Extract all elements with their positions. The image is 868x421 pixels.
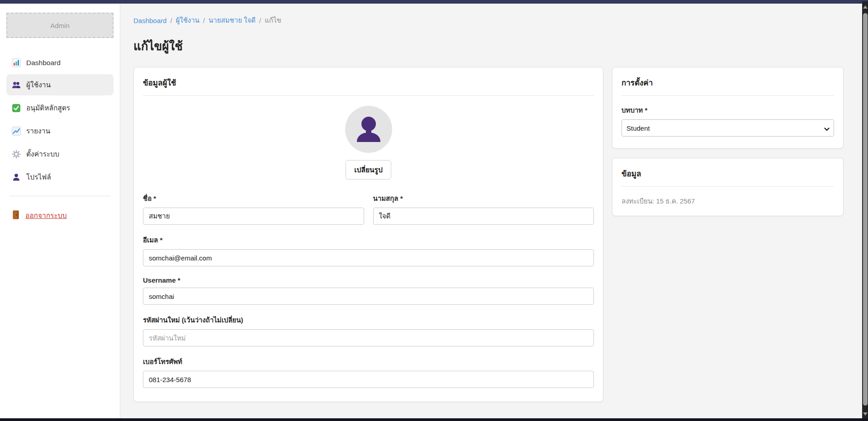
settings-card: การตั้งค่า บทบาท * Student <box>612 67 844 149</box>
email-row: อีเมล * <box>143 235 594 266</box>
app-frame: Admin Dashboard <box>0 4 868 418</box>
dashboard-icon <box>12 58 21 67</box>
email-field[interactable] <box>143 249 594 266</box>
logout-label: ออกจากระบบ <box>25 210 67 221</box>
phone-row: เบอร์โทรศัพท์ <box>143 356 594 388</box>
phone-label: เบอร์โทรศัพท์ <box>143 356 594 367</box>
last-name-label: นามสกุล * <box>373 193 594 204</box>
user-info-card: ข้อมูลผู้ใช้ เปลี่ยนรูป ชื่อ * <box>133 67 603 402</box>
email-label: อีเมล * <box>143 235 594 246</box>
sidebar-nav: Dashboard ผู้ใช้งาน <box>6 53 114 188</box>
change-photo-button[interactable]: เปลี่ยนรูป <box>346 160 391 180</box>
scrollbar-down-arrow[interactable] <box>862 410 868 417</box>
gear-icon <box>12 150 21 159</box>
card-divider <box>621 95 834 96</box>
card-title-user-info: ข้อมูลผู้ใช้ <box>143 76 594 89</box>
username-field[interactable] <box>143 288 594 305</box>
breadcrumb: Dashboard / ผู้ใช้งาน / นายสมชาย ใจดี / … <box>133 15 854 26</box>
profile-icon <box>12 173 21 182</box>
card-title-settings: การตั้งค่า <box>621 76 834 89</box>
users-icon <box>12 80 21 90</box>
card-title-info: ข้อมูล <box>621 167 834 180</box>
sidebar-item-profile[interactable]: โปรไฟล์ <box>6 166 114 188</box>
brand-placeholder: Admin <box>6 13 114 38</box>
username-row: Username * <box>143 276 594 305</box>
report-chart-icon <box>12 127 21 136</box>
sidebar-item-dashboard[interactable]: Dashboard <box>6 53 114 72</box>
sidebar: Admin Dashboard <box>0 4 120 418</box>
last-name-field[interactable] <box>373 208 594 225</box>
sidebar-item-label: รายงาน <box>26 125 50 137</box>
window-bottom-bar <box>0 418 868 421</box>
sidebar-item-users[interactable]: ผู้ใช้งาน <box>6 74 114 95</box>
password-label: รหัสผ่านใหม่ (เว้นว่างถ้าไม่เปลี่ยน) <box>143 315 594 326</box>
breadcrumb-dashboard[interactable]: Dashboard <box>133 17 166 24</box>
first-name-label: ชื่อ * <box>143 193 364 204</box>
breadcrumb-user-name[interactable]: นายสมชาย ใจดี <box>209 15 256 26</box>
brand-label: Admin <box>50 22 70 29</box>
scrollbar-thumb[interactable] <box>863 13 868 406</box>
sidebar-item-label: อนุมัติหลักสูตร <box>26 102 70 114</box>
breadcrumb-separator: / <box>259 17 261 24</box>
first-name-field[interactable] <box>143 208 364 225</box>
sidebar-item-label: Dashboard <box>26 59 61 67</box>
registered-date-text: ลงทะเบียน: 15 ธ.ค. 2567 <box>621 196 834 207</box>
right-column: การตั้งค่า บทบาท * Student <box>612 67 844 216</box>
card-divider <box>143 95 594 96</box>
role-select[interactable]: Student <box>621 119 834 137</box>
door-logout-icon <box>12 210 20 221</box>
role-label: บทบาท * <box>621 105 834 116</box>
logout-button[interactable]: ออกจากระบบ <box>6 207 114 224</box>
breadcrumb-users[interactable]: ผู้ใช้งาน <box>176 15 199 26</box>
password-row: รหัสผ่านใหม่ (เว้นว่างถ้าไม่เปลี่ยน) <box>143 315 594 346</box>
card-divider <box>621 186 834 187</box>
avatar <box>345 106 392 153</box>
role-select-wrap: Student <box>621 119 834 137</box>
person-silhouette-icon <box>345 106 392 153</box>
page-title: แก้ไขผู้ใช้ <box>133 37 854 55</box>
avatar-block: เปลี่ยนรูป <box>143 106 594 180</box>
main-content: Dashboard / ผู้ใช้งาน / นายสมชาย ใจดี / … <box>120 4 868 418</box>
info-card: ข้อมูล ลงทะเบียน: 15 ธ.ค. 2567 <box>612 158 844 216</box>
sidebar-item-label: โปรไฟล์ <box>26 171 51 183</box>
approve-check-icon <box>12 104 21 113</box>
sidebar-item-approve-courses[interactable]: อนุมัติหลักสูตร <box>6 97 114 118</box>
sidebar-item-reports[interactable]: รายงาน <box>6 120 114 142</box>
sidebar-item-label: ผู้ใช้งาน <box>26 79 51 90</box>
phone-field[interactable] <box>143 371 594 388</box>
breadcrumb-separator: / <box>203 17 205 24</box>
vertical-scrollbar[interactable] <box>862 1 868 418</box>
name-row: ชื่อ * นามสกุล * <box>143 193 594 225</box>
sidebar-item-label: ตั้งค่าระบบ <box>26 148 59 160</box>
content-row: ข้อมูลผู้ใช้ เปลี่ยนรูป ชื่อ * <box>133 67 854 402</box>
breadcrumb-separator: / <box>170 17 172 24</box>
username-label: Username * <box>143 276 594 284</box>
sidebar-item-system-settings[interactable]: ตั้งค่าระบบ <box>6 143 114 165</box>
window-top-bar <box>0 0 868 4</box>
new-password-field[interactable] <box>143 329 594 346</box>
scrollbar-up-arrow[interactable] <box>862 3 868 10</box>
breadcrumb-current: แก้ไข <box>265 15 281 26</box>
sidebar-divider <box>9 196 111 196</box>
